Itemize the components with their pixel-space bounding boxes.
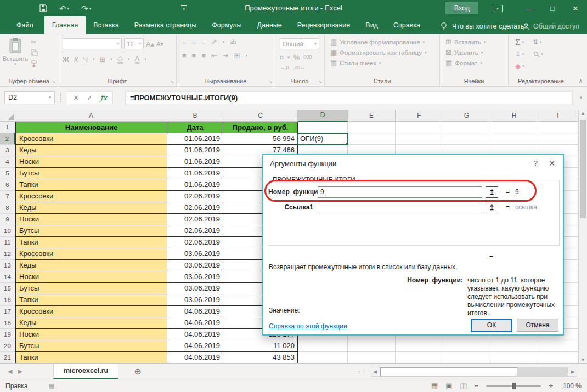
cell[interactable] [490, 340, 538, 352]
row-header[interactable]: 5 [0, 168, 15, 179]
minimize-button[interactable]: — [518, 0, 541, 16]
orientation-icon[interactable]: ⇗ [211, 38, 217, 46]
date-cell[interactable]: 01.06.2019 [167, 179, 223, 191]
date-cell[interactable]: 03.06.2019 [167, 271, 223, 283]
close-button[interactable]: ✕ [564, 0, 587, 16]
name-cell[interactable]: Бутсы [15, 225, 167, 237]
alignment-dialog-launcher[interactable]: ↘ [269, 79, 273, 84]
undo-icon[interactable]: ↶▾ [59, 4, 69, 13]
ribbon-display-options-icon[interactable]: ▴ [493, 5, 503, 12]
name-cell[interactable]: Кеды [15, 145, 167, 156]
insert-cells-button[interactable]: Вставить [454, 39, 481, 46]
align-top-icon[interactable]: ≡ [182, 38, 187, 46]
horizontal-scroll-thumb[interactable] [380, 367, 517, 376]
value-cell[interactable]: 11 020 [223, 340, 298, 352]
merge-center-icon[interactable]: ⊞ [234, 52, 240, 59]
scroll-up-icon[interactable]: ▲ [579, 111, 587, 116]
cell[interactable] [348, 122, 396, 133]
date-cell[interactable]: 01.06.2019 [167, 145, 223, 156]
increase-indent-icon[interactable]: ⇥ [223, 52, 229, 59]
table-header-cell[interactable]: Дата [167, 122, 223, 133]
column-header[interactable]: G [443, 110, 490, 122]
cell[interactable] [538, 122, 578, 133]
scroll-right-icon[interactable]: ▶ [571, 369, 575, 374]
cell[interactable] [538, 352, 578, 363]
scroll-left-icon[interactable]: ◀ [373, 369, 377, 374]
date-cell[interactable]: 04.06.2019 [167, 317, 223, 329]
date-cell[interactable]: 04.06.2019 [167, 352, 223, 363]
name-cell[interactable]: Носки [15, 214, 167, 225]
italic-icon[interactable]: К [74, 56, 78, 63]
value-cell[interactable]: 56 994 [223, 133, 298, 145]
row-header[interactable]: 16 [0, 294, 15, 306]
row-header[interactable]: 13 [0, 260, 15, 271]
value-cell[interactable]: 43 853 [223, 352, 298, 363]
row-header[interactable]: 3 [0, 145, 15, 156]
date-cell[interactable]: 01.06.2019 [167, 156, 223, 168]
page-layout-view-icon[interactable]: ▣ [445, 382, 452, 390]
expand-formula-bar-icon[interactable]: ∨ [579, 94, 583, 100]
name-cell[interactable]: Бутсы [15, 168, 167, 179]
customize-qat-icon[interactable]: ▾ [181, 5, 187, 12]
page-break-view-icon[interactable]: ◫ [460, 382, 467, 390]
row-header[interactable]: 18 [0, 317, 15, 329]
font-size-combo[interactable]: 12▾ [124, 38, 144, 49]
cell[interactable] [490, 352, 538, 363]
ribbon-tab[interactable]: Данные [250, 16, 290, 34]
conditional-formatting-button[interactable]: Условное форматирование [340, 39, 420, 46]
underline-icon[interactable]: Ч [83, 56, 88, 63]
row-header[interactable]: 7 [0, 191, 15, 202]
row-header[interactable]: 8 [0, 202, 15, 214]
format-as-table-button[interactable]: Форматировать как таблицу [340, 49, 422, 56]
row-header[interactable]: 15 [0, 283, 15, 294]
date-cell[interactable]: 03.06.2019 [167, 283, 223, 294]
zoom-out-icon[interactable]: − [475, 382, 479, 390]
cell[interactable] [348, 133, 396, 145]
name-cell[interactable]: Кеды [15, 260, 167, 271]
name-cell[interactable]: Кроссовки [15, 306, 167, 317]
cell[interactable] [490, 122, 538, 133]
name-cell[interactable]: Кеды [15, 317, 167, 329]
wrap-text-icon[interactable]: ab [230, 39, 236, 45]
name-cell[interactable]: Кеды [15, 202, 167, 214]
normal-view-icon[interactable]: ▦ [431, 382, 438, 390]
name-cell[interactable]: Тапки [15, 179, 167, 191]
row-header[interactable]: 21 [0, 352, 15, 363]
ribbon-tab[interactable]: Файл [5, 16, 44, 34]
new-sheet-icon[interactable]: ⊕ [134, 366, 141, 377]
number-dialog-launcher[interactable]: ↘ [318, 79, 322, 84]
column-header[interactable]: H [490, 110, 538, 122]
copy-icon[interactable] [31, 49, 38, 56]
table-header-cell[interactable]: Продано, в руб. [223, 122, 298, 133]
row-header[interactable]: 1 [0, 122, 15, 133]
active-cell[interactable]: ОГИ(9) [298, 133, 348, 145]
row-header[interactable]: 11 [0, 237, 15, 248]
macro-record-icon[interactable]: ▦ [49, 382, 55, 390]
font-name-combo[interactable]: ▾ [63, 38, 122, 49]
maximize-button[interactable]: □ [541, 0, 564, 16]
align-bottom-icon[interactable]: ≡ [201, 38, 206, 46]
row-header[interactable]: 12 [0, 248, 15, 260]
insert-function-icon[interactable]: ƒx [100, 94, 107, 102]
row-header[interactable]: 14 [0, 271, 15, 283]
ribbon-tab[interactable]: Справка [386, 16, 428, 34]
column-header[interactable]: F [396, 110, 443, 122]
sheet-tab[interactable]: microexcel.ru [53, 364, 118, 379]
ribbon-tab[interactable]: Разметка страницы [127, 16, 204, 34]
comma-style-icon[interactable]: 000 [303, 55, 312, 60]
cell[interactable] [298, 352, 348, 363]
cell[interactable] [443, 352, 490, 363]
cell[interactable] [298, 122, 348, 133]
row-header[interactable]: 4 [0, 156, 15, 168]
zoom-slider[interactable] [486, 385, 541, 387]
align-right-icon[interactable]: ≡ [201, 52, 206, 59]
font-color-icon[interactable]: А [135, 55, 140, 64]
row-header[interactable]: 19 [0, 329, 15, 340]
name-box-dropdown-icon[interactable]: ▾ [49, 95, 51, 100]
decrease-indent-icon[interactable]: ⇤ [211, 52, 217, 59]
align-center-icon[interactable]: ≡ [192, 52, 196, 59]
table-header-cell[interactable]: Наименование [15, 122, 167, 133]
name-cell[interactable]: Кроссовки [15, 191, 167, 202]
ribbon-tab[interactable]: Вид [358, 16, 386, 34]
share-button[interactable]: Общий доступ [522, 22, 579, 30]
